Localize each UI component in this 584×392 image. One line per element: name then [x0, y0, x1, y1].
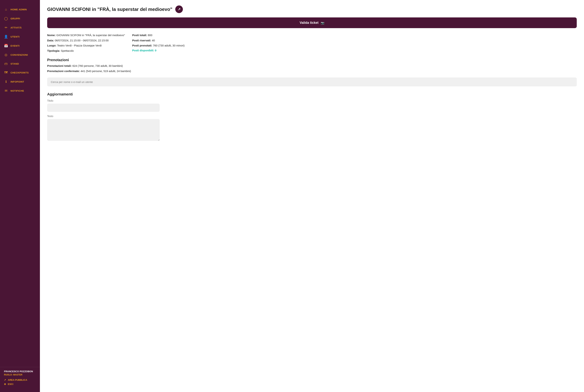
data-line: Data: 06/07/2024, 21:15:00 - 06/07/2024,…	[47, 38, 125, 43]
stand-icon: 🗃	[4, 62, 8, 66]
home-icon: ⌂	[4, 8, 8, 12]
posti-disponibili-line: Posti disponibili: 0	[132, 49, 184, 52]
footer-link-label-area-pubblica: AREA PUBBLICA	[8, 378, 27, 381]
sidebar-label-home-admin: HOME ADMIN	[10, 8, 27, 11]
sidebar-label-attivita: ATTIVITÀ	[10, 26, 22, 29]
tipologia-line: Tipologia: Spettacolo	[47, 49, 125, 53]
sidebar-nav: ⌂ HOME ADMIN ◯ GRUPPI ✏ ATTIVITÀ 👤 UTENT…	[0, 4, 40, 367]
sidebar-item-gruppi[interactable]: ◯ GRUPPI	[0, 14, 40, 23]
activity-icon: ✏	[4, 26, 8, 30]
footer-link-label-esci: ESCI	[8, 383, 13, 386]
user-name: FRANCESCO POZZOBON	[4, 370, 36, 373]
search-input[interactable]	[47, 78, 577, 86]
bookings-section: Prenotazioni Prenotazioni totali: 624 (7…	[47, 58, 577, 73]
sidebar-item-home-admin[interactable]: ⌂ HOME ADMIN	[0, 6, 40, 14]
event-info-left: Nome: GIOVANNI SCIFONI in "FRÀ, la super…	[47, 33, 125, 53]
groups-icon: ◯	[4, 16, 8, 20]
footer-links: ↗ AREA PUBBLICA ⊗ ESCI	[4, 378, 36, 386]
sidebar-item-infopoint[interactable]: ℹ INFOPOINT	[0, 78, 40, 86]
posti-prenotati-line: Posti prenotati: 760 (730 adulti, 30 min…	[132, 44, 184, 48]
sidebar-item-eventi[interactable]: 📅 EVENTI	[0, 42, 40, 50]
event-info-grid: Nome: GIOVANNI SCIFONI in "FRÀ, la super…	[47, 33, 577, 53]
sidebar-item-attivita[interactable]: ✏ ATTIVITÀ	[0, 24, 40, 32]
sidebar-item-notifiche[interactable]: ✉ NOTIFICHE	[0, 86, 40, 95]
page-title: GIOVANNI SCIFONI in "FRÀ, la superstar d…	[47, 6, 172, 12]
bookings-title: Prenotazioni	[47, 58, 577, 62]
convenzioni-icon: ◎	[4, 53, 8, 57]
infopoint-icon: ℹ	[4, 80, 8, 84]
bookings-confermate-line: Prenotazioni confermate: 441 (543 person…	[47, 69, 577, 73]
nome-line: Nome: GIOVANNI SCIFONI in "FRÀ, la super…	[47, 33, 125, 38]
testo-textarea[interactable]	[47, 119, 160, 141]
posti-totali-line: Posti totali: 800	[132, 33, 184, 38]
luogo-line: Luogo: Teatro Verdi - Piazza Giuseppe Ve…	[47, 44, 125, 48]
notifiche-icon: ✉	[4, 89, 8, 93]
checkpoints-icon: 🗺	[4, 71, 8, 74]
main-content: GIOVANNI SCIFONI in "FRÀ, la superstar d…	[40, 0, 584, 392]
sidebar-item-convenzioni[interactable]: ◎ CONVENZIONI	[0, 51, 40, 59]
external-link-button[interactable]	[175, 6, 183, 13]
external-link-icon	[178, 7, 180, 11]
validate-bar-text: Valida ticket	[300, 21, 318, 25]
aggiornamenti-title: Aggiornamenti	[47, 92, 577, 96]
posti-riservati-line: Posti riservati: 40	[132, 38, 184, 43]
footer-link-area-pubblica[interactable]: ↗ AREA PUBBLICA	[4, 378, 36, 381]
sidebar-label-stand: STAND	[10, 62, 19, 65]
users-icon: 👤	[4, 35, 8, 39]
page-title-row: GIOVANNI SCIFONI in "FRÀ, la superstar d…	[47, 6, 577, 13]
footer-link-esci[interactable]: ⊗ ESCI	[4, 383, 36, 386]
sidebar-item-stand[interactable]: 🗃 STAND	[0, 60, 40, 68]
aggiornamenti-section: Aggiornamenti Titolo Testo	[47, 92, 577, 142]
titolo-label: Titolo	[47, 99, 577, 102]
sidebar-label-gruppi: GRUPPI	[10, 17, 20, 20]
sidebar-label-infopoint: INFOPOINT	[10, 80, 24, 83]
titolo-input[interactable]	[47, 104, 160, 112]
seats-info-right: Posti totali: 800 Posti riservati: 40 Po…	[132, 33, 184, 53]
events-icon: 📅	[4, 44, 8, 48]
sidebar-label-convenzioni: CONVENZIONI	[10, 54, 28, 56]
sidebar-label-notifiche: NOTIFICHE	[10, 90, 24, 92]
user-role: RUOLO: MASTER	[4, 374, 36, 376]
exit-icon: ⊗	[4, 383, 6, 386]
sidebar-label-eventi: EVENTI	[10, 44, 19, 47]
sidebar-label-checkpoints: CHECKPOINTS	[10, 71, 29, 74]
sidebar-item-checkpoints[interactable]: 🗺 CHECKPOINTS	[0, 68, 40, 77]
sidebar-footer: FRANCESCO POZZOBON RUOLO: MASTER ↗ AREA …	[0, 367, 40, 388]
testo-label: Testo	[47, 115, 577, 118]
validate-ticket-bar[interactable]: Valida ticket	[47, 18, 577, 28]
bookings-totali-line: Prenotazioni totali: 624 (760 persone, 7…	[47, 64, 577, 68]
camera-icon	[321, 21, 324, 25]
sidebar-item-utenti[interactable]: 👤 UTENTI	[0, 32, 40, 41]
sidebar-label-utenti: UTENTI	[10, 36, 19, 38]
sidebar: ⌂ HOME ADMIN ◯ GRUPPI ✏ ATTIVITÀ 👤 UTENT…	[0, 0, 40, 392]
area-icon: ↗	[4, 378, 6, 381]
